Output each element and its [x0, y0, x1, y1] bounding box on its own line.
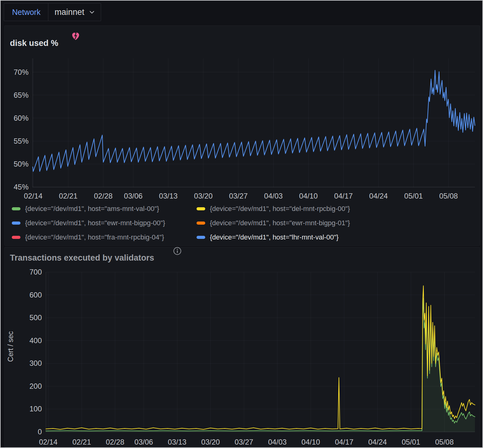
legend-item-del-mnt-rpcbig-00[interactable]: {device="/dev/md1", host="del-mnt-rpcbig…	[197, 205, 480, 213]
series-color-swatch	[12, 222, 20, 225]
series-color-swatch	[12, 207, 20, 210]
legend-label: {device="/dev/md1", host="ams-mnt-val-00…	[25, 205, 159, 213]
series-color-swatch	[197, 236, 205, 239]
series-color-swatch	[197, 222, 205, 225]
series-color-swatch	[197, 207, 205, 210]
legend-label: {device="/dev/md1", host="lhr-mnt-val-00…	[210, 233, 339, 241]
legend-label: {device="/dev/md1", host="del-mnt-rpcbig…	[210, 205, 350, 213]
legend-label: {device="/dev/md1", host="ewr-mnt-bigpg-…	[210, 219, 350, 227]
transactions-panel-title[interactable]: Transactions executed by validators	[10, 253, 154, 263]
panel-transactions	[4, 247, 480, 447]
alert-broken-heart-icon[interactable]	[71, 31, 81, 41]
legend-item-ams-mnt-val-00[interactable]: {device="/dev/md1", host="ams-mnt-val-00…	[12, 205, 197, 213]
grafana-dashboard: Network mainnet 02/1402/2102/2803/0603/1…	[0, 0, 483, 448]
info-icon[interactable]	[173, 247, 182, 255]
legend-item-fra-mnt-rpcbig-04[interactable]: {device="/dev/md1", host="fra-mnt-rpcbig…	[12, 233, 197, 241]
legend-label: {device="/dev/md1", host="fra-mnt-rpcbig…	[25, 233, 164, 241]
chevron-down-icon	[89, 11, 95, 14]
legend-item-lhr-mnt-val-00[interactable]: {device="/dev/md1", host="lhr-mnt-val-00…	[197, 233, 480, 241]
network-variable-select[interactable]: mainnet	[48, 3, 101, 21]
legend-label: {device="/dev/md1", host="ewr-mnt-bigpg-…	[25, 219, 165, 227]
network-variable-label: Network	[12, 8, 41, 17]
disk-panel-title[interactable]: disk used %	[10, 38, 58, 48]
legend-item-ewr-mnt-bigpg-00[interactable]: {device="/dev/md1", host="ewr-mnt-bigpg-…	[12, 219, 197, 227]
network-variable-value: mainnet	[55, 7, 84, 17]
series-color-swatch	[12, 236, 20, 239]
disk-legend: {device="/dev/md1", host="ams-mnt-val-00…	[4, 205, 480, 241]
network-variable-label-box: Network	[4, 3, 49, 21]
legend-item-ewr-mnt-bigpg-01[interactable]: {device="/dev/md1", host="ewr-mnt-bigpg-…	[197, 219, 480, 227]
